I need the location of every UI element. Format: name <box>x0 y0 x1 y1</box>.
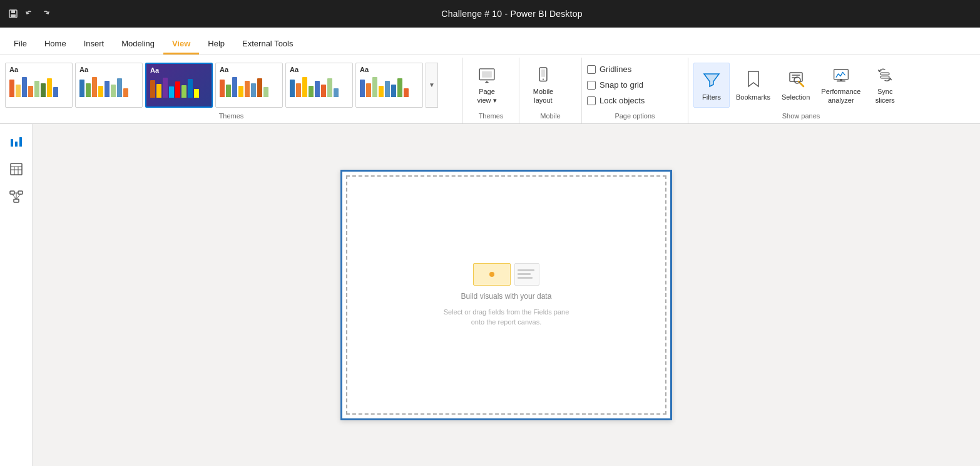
themes-group: Aa Aa <box>0 58 463 123</box>
ribbon: Aa Aa <box>0 55 980 124</box>
svg-rect-24 <box>18 191 23 194</box>
window-title: Challenge # 10 - Power BI Desktop <box>51 9 972 19</box>
sync-slicers-label: Syncslicers <box>875 87 895 105</box>
sync-slicers-button[interactable]: Syncslicers <box>867 63 903 108</box>
canvas-illustration <box>473 263 539 286</box>
canvas-inner: Build visuals with your data Select or d… <box>346 175 666 415</box>
sidebar-data-view[interactable] <box>4 157 29 182</box>
page-view-button[interactable]: Pageview ▾ <box>468 63 506 108</box>
svg-rect-4 <box>482 71 492 77</box>
performance-analyzer-label: Performanceanalyzer <box>821 87 860 105</box>
canvas-placeholder-title: Build visuals with your data <box>461 291 552 302</box>
menu-home[interactable]: Home <box>36 34 75 54</box>
theme-card-1[interactable]: Aa <box>5 63 73 108</box>
window-controls <box>8 8 51 19</box>
menu-bar: File Home Insert Modeling View Help Exte… <box>0 28 980 55</box>
report-canvas[interactable]: Build visuals with your data Select or d… <box>340 170 672 420</box>
illus-card <box>473 263 511 286</box>
mobile-layout-label: Mobilelayout <box>533 87 553 105</box>
page-options-label: Page options <box>587 110 683 123</box>
canvas-area: Build visuals with your data Select or d… <box>33 124 980 466</box>
illus-dot <box>489 272 494 277</box>
svg-rect-7 <box>541 69 545 76</box>
menu-external-tools[interactable]: External Tools <box>233 34 302 54</box>
themes-dropdown[interactable]: ▼ <box>426 63 438 108</box>
svg-rect-15 <box>11 139 13 147</box>
gridlines-box <box>587 65 596 74</box>
menu-file[interactable]: File <box>5 34 36 54</box>
bookmarks-button[interactable]: Bookmarks <box>731 63 775 108</box>
selection-label: Selection <box>782 93 810 101</box>
svg-rect-12 <box>840 79 842 81</box>
lock-objects-checkbox[interactable]: Lock objects <box>587 93 645 108</box>
scale-label: Themes <box>468 110 514 123</box>
svg-rect-16 <box>15 142 18 147</box>
left-sidebar <box>0 124 33 466</box>
theme-card-3[interactable]: Aa <box>145 63 213 108</box>
theme-card-2[interactable]: Aa <box>75 63 143 108</box>
themes-content: Aa Aa <box>5 60 457 110</box>
themes-label: Themes <box>5 110 457 123</box>
bookmarks-label: Bookmarks <box>736 93 770 101</box>
menu-modeling[interactable]: Modeling <box>113 34 163 54</box>
redo-icon[interactable] <box>40 8 51 19</box>
canvas-placeholder: Build visuals with your data Select or d… <box>444 263 569 328</box>
scale-group: Pageview ▾ Themes <box>463 58 519 123</box>
show-panes-label: Show panes <box>693 110 909 123</box>
svg-point-6 <box>543 78 544 80</box>
page-view-label: Pageview ▾ <box>477 87 496 105</box>
snap-to-grid-label: Snap to grid <box>600 80 643 90</box>
snap-to-grid-checkbox[interactable]: Snap to grid <box>587 78 643 92</box>
menu-view[interactable]: View <box>163 34 199 54</box>
save-icon[interactable] <box>8 8 19 19</box>
undo-icon[interactable] <box>24 8 35 19</box>
menu-help[interactable]: Help <box>199 34 233 54</box>
lock-objects-box <box>587 96 596 105</box>
svg-rect-2 <box>11 14 16 17</box>
svg-rect-25 <box>14 199 19 202</box>
illus-list <box>514 263 539 286</box>
svg-rect-1 <box>11 10 15 13</box>
mobile-layout-button[interactable]: Mobilelayout <box>524 63 562 108</box>
theme-card-5[interactable]: Aa <box>285 63 353 108</box>
selection-button[interactable]: Selection <box>777 63 815 108</box>
svg-rect-14 <box>880 76 889 78</box>
menu-insert[interactable]: Insert <box>75 34 113 54</box>
svg-rect-13 <box>880 73 889 75</box>
svg-rect-18 <box>11 163 22 175</box>
snap-to-grid-box <box>587 81 596 90</box>
title-bar: Challenge # 10 - Power BI Desktop <box>0 0 980 28</box>
filters-button[interactable]: Filters <box>693 63 730 108</box>
gridlines-label: Gridlines <box>600 65 631 74</box>
performance-analyzer-button[interactable]: Performanceanalyzer <box>816 63 865 108</box>
lock-objects-label: Lock objects <box>600 96 645 105</box>
filters-label: Filters <box>702 93 721 101</box>
svg-rect-23 <box>10 191 14 194</box>
mobile-label: Mobile <box>524 110 576 123</box>
page-options-group: Gridlines Snap to grid Lock objects Page… <box>582 58 688 123</box>
canvas-placeholder-subtitle: Select or drag fields from the Fields pa… <box>444 307 569 328</box>
theme-card-4[interactable]: Aa <box>215 63 283 108</box>
sidebar-model-view[interactable] <box>4 184 29 209</box>
mobile-group: Mobilelayout Mobile <box>519 58 582 123</box>
main-area: Build visuals with your data Select or d… <box>0 124 980 466</box>
svg-rect-17 <box>19 137 22 147</box>
show-panes-group: Filters Bookmarks Selection <box>688 58 914 123</box>
gridlines-checkbox[interactable]: Gridlines <box>587 62 631 76</box>
theme-card-6[interactable]: Aa <box>355 63 423 108</box>
sidebar-report-view[interactable] <box>4 129 29 154</box>
